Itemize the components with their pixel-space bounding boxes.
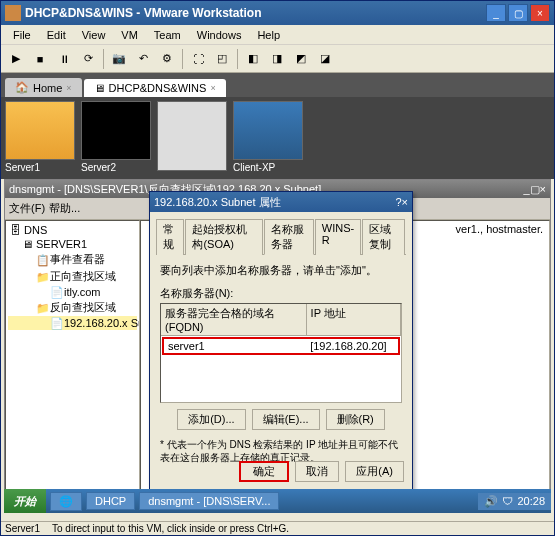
tab-label: Home xyxy=(33,82,62,94)
maximize-button[interactable]: ▢ xyxy=(508,4,528,22)
close-button[interactable]: × xyxy=(530,4,550,22)
cell-ip: [192.168.20.20] xyxy=(306,339,398,353)
thumb-label: Client-XP xyxy=(233,160,303,175)
taskbar-item-dhcp[interactable]: DHCP xyxy=(86,492,135,510)
tb-icon[interactable]: ◪ xyxy=(314,48,336,70)
ok-button[interactable]: 确定 xyxy=(239,461,289,482)
tab-soa[interactable]: 起始授权机构(SOA) xyxy=(185,219,262,255)
list-label: 名称服务器(N): xyxy=(160,286,402,301)
tb-icon[interactable]: ◨ xyxy=(266,48,288,70)
server-icon: 🖥 xyxy=(22,238,34,250)
menu-help[interactable]: Help xyxy=(249,27,288,43)
thumb-label: Server2 xyxy=(81,160,151,175)
console-close-icon[interactable]: × xyxy=(540,183,546,195)
tree-rev[interactable]: 📁反向查找区域 xyxy=(8,299,137,316)
fullscreen-icon[interactable]: ⛶ xyxy=(187,48,209,70)
tree-fwd[interactable]: 📁正向查找区域 xyxy=(8,268,137,285)
tab-wins[interactable]: WINS-R xyxy=(315,219,361,255)
zone-icon: 📄 xyxy=(50,286,62,298)
tab-vm[interactable]: 🖥 DHCP&DNS&WINS × xyxy=(84,79,226,97)
tb-icon[interactable]: ◩ xyxy=(290,48,312,70)
events-icon: 📋 xyxy=(36,254,48,266)
thumbnail-image xyxy=(5,101,75,160)
thumb-server2[interactable]: Server2 xyxy=(81,101,151,175)
menu-help[interactable]: 帮助... xyxy=(49,201,80,216)
console-max-icon[interactable]: ▢ xyxy=(530,183,540,196)
menu-file[interactable]: 文件(F) xyxy=(9,201,45,216)
add-button[interactable]: 添加(D)... xyxy=(177,409,245,430)
manage-icon[interactable]: ⚙ xyxy=(156,48,178,70)
remove-button[interactable]: 删除(R) xyxy=(326,409,385,430)
edit-button[interactable]: 编辑(E)... xyxy=(252,409,320,430)
tray-icon[interactable]: 🛡 xyxy=(502,495,513,507)
tab-nameservers[interactable]: 名称服务器 xyxy=(264,219,314,255)
vmware-toolbar: ▶ ■ ⏸ ⟳ 📷 ↶ ⚙ ⛶ ◰ ◧ ◨ ◩ ◪ xyxy=(1,45,554,73)
thumbnail-image xyxy=(233,101,303,160)
dns-icon: 🗄 xyxy=(10,224,22,236)
window-title: DHCP&DNS&WINS - VMware Workstation xyxy=(25,6,486,20)
tree-rev-zone[interactable]: 📄192.168.20.x Subne xyxy=(8,316,137,330)
menu-view[interactable]: View xyxy=(74,27,114,43)
guest-taskbar: 开始 🌐 DHCP dnsmgmt - [DNS\SERV... 🔊 🛡 20:… xyxy=(4,489,551,513)
taskbar-item[interactable]: 🌐 xyxy=(50,492,82,511)
home-icon: 🏠 xyxy=(15,81,29,94)
vmware-tabbar: 🏠 Home × 🖥 DHCP&DNS&WINS × xyxy=(1,73,554,97)
menu-file[interactable]: File xyxy=(5,27,39,43)
menu-windows[interactable]: Windows xyxy=(189,27,250,43)
revert-icon[interactable]: ↶ xyxy=(132,48,154,70)
menu-vm[interactable]: VM xyxy=(113,27,146,43)
tab-home[interactable]: 🏠 Home × xyxy=(5,78,82,97)
menu-edit[interactable]: Edit xyxy=(39,27,74,43)
tab-general[interactable]: 常规 xyxy=(156,219,184,255)
close-icon[interactable]: × xyxy=(66,83,71,93)
thumb-label xyxy=(157,171,227,175)
system-tray[interactable]: 🔊 🛡 20:28 xyxy=(478,493,551,510)
dns-tree[interactable]: 🗄DNS 🖥SERVER1 📋事件查看器 📁正向查找区域 📄itly.com 📁… xyxy=(5,220,140,512)
dialog-tabs: 常规 起始授权机构(SOA) 名称服务器 WINS-R 区域复制 xyxy=(156,218,406,255)
tab-zonetransfer[interactable]: 区域复制 xyxy=(362,219,405,255)
thumb-client[interactable]: Client-XP xyxy=(233,101,303,175)
taskbar-item-dnsmgmt[interactable]: dnsmgmt - [DNS\SERV... xyxy=(139,492,279,510)
dialog-close-icon[interactable]: × xyxy=(402,196,408,208)
vmware-menubar: File Edit View VM Team Windows Help xyxy=(1,25,554,45)
col-ip: IP 地址 xyxy=(307,304,401,335)
close-icon[interactable]: × xyxy=(210,83,215,93)
tree-server[interactable]: 🖥SERVER1 xyxy=(8,237,137,251)
folder-icon: 📁 xyxy=(36,302,48,314)
thumb-unknown[interactable] xyxy=(157,101,227,175)
reset-icon[interactable]: ⟳ xyxy=(77,48,99,70)
col-fqdn: 服务器完全合格的域名(FQDN) xyxy=(161,304,307,335)
tb-icon[interactable]: ◧ xyxy=(242,48,264,70)
tab-label: DHCP&DNS&WINS xyxy=(109,82,207,94)
thumbnail-bar: Server1 Server2 Client-XP xyxy=(1,97,554,179)
status-hint: To direct input to this VM, click inside… xyxy=(52,523,289,534)
suspend-icon[interactable]: ⏸ xyxy=(53,48,75,70)
clock: 20:28 xyxy=(517,495,545,507)
vmware-icon xyxy=(5,5,21,21)
cell-fqdn: server1 xyxy=(164,339,306,353)
tree-fwd-zone[interactable]: 📄itly.com xyxy=(8,285,137,299)
tree-dns-root[interactable]: 🗄DNS xyxy=(8,223,137,237)
list-row[interactable]: server1 [192.168.20.20] xyxy=(162,337,400,355)
start-button[interactable]: 开始 xyxy=(4,489,46,513)
unity-icon[interactable]: ◰ xyxy=(211,48,233,70)
nameserver-list[interactable]: 服务器完全合格的域名(FQDN) IP 地址 server1 [192.168.… xyxy=(160,303,402,403)
apply-button[interactable]: 应用(A) xyxy=(345,461,404,482)
thumb-server1[interactable]: Server1 xyxy=(5,101,75,175)
menu-team[interactable]: Team xyxy=(146,27,189,43)
snapshot-icon[interactable]: 📷 xyxy=(108,48,130,70)
tree-events[interactable]: 📋事件查看器 xyxy=(8,251,137,268)
cancel-button[interactable]: 取消 xyxy=(295,461,339,482)
zone-icon: 📄 xyxy=(50,317,62,329)
vmware-statusbar: Server1 To direct input to this VM, clic… xyxy=(1,521,554,535)
thumbnail-image xyxy=(157,101,227,171)
power-off-icon[interactable]: ■ xyxy=(29,48,51,70)
tray-icon[interactable]: 🔊 xyxy=(484,495,498,508)
vmware-titlebar: DHCP&DNS&WINS - VMware Workstation _ ▢ × xyxy=(1,1,554,25)
status-vm-name: Server1 xyxy=(5,523,40,534)
folder-icon: 📁 xyxy=(36,271,48,283)
vm-icon: 🖥 xyxy=(94,82,105,94)
list-header: 服务器完全合格的域名(FQDN) IP 地址 xyxy=(161,304,401,336)
power-on-icon[interactable]: ▶ xyxy=(5,48,27,70)
minimize-button[interactable]: _ xyxy=(486,4,506,22)
